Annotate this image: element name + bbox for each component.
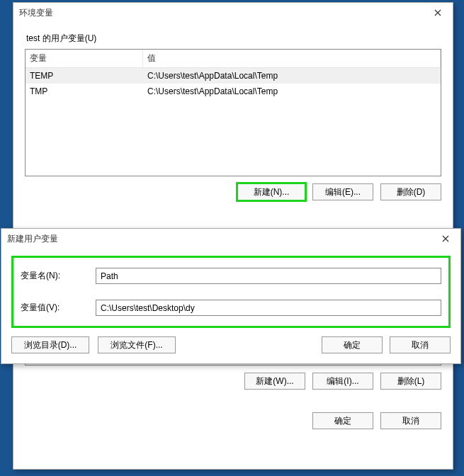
close-icon[interactable] bbox=[423, 4, 453, 22]
new-user-var-button[interactable]: 新建(N)... bbox=[237, 183, 305, 200]
table-row[interactable]: TMP C:\Users\test\AppData\Local\Temp bbox=[26, 84, 441, 99]
table-row[interactable]: TEMP C:\Users\test\AppData\Local\Temp bbox=[26, 68, 441, 84]
browse-dir-button[interactable]: 浏览目录(D)... bbox=[11, 336, 89, 353]
env-title: 环境变量 bbox=[19, 7, 53, 19]
env-titlebar: 环境变量 bbox=[13, 3, 453, 23]
user-vars-label: test 的用户变量(U) bbox=[26, 33, 441, 45]
list-header: 变量 值 bbox=[26, 50, 441, 68]
var-value-label: 变量值(V): bbox=[21, 302, 96, 314]
cancel-button[interactable]: 取消 bbox=[380, 412, 441, 429]
ok-button[interactable]: 确定 bbox=[322, 336, 383, 353]
user-vars-list[interactable]: 变量 值 TEMP C:\Users\test\AppData\Local\Te… bbox=[25, 49, 441, 176]
var-value-input[interactable] bbox=[96, 300, 441, 316]
cancel-button[interactable]: 取消 bbox=[390, 336, 451, 353]
var-name-input[interactable] bbox=[96, 268, 441, 284]
new-user-var-dialog: 新建用户变量 变量名(N): 变量值(V): 浏览目录(D)... 浏览文件(F… bbox=[1, 228, 461, 364]
cell-val: C:\Users\test\AppData\Local\Temp bbox=[143, 68, 441, 84]
var-value-row: 变量值(V): bbox=[21, 300, 441, 316]
env-footer-buttons: 确定 取消 bbox=[25, 412, 441, 429]
newvar-content: 变量名(N): 变量值(V): 浏览目录(D)... 浏览文件(F)... 确定… bbox=[1, 249, 460, 363]
newvar-buttons: 浏览目录(D)... 浏览文件(F)... 确定 取消 bbox=[11, 336, 451, 353]
col-variable[interactable]: 变量 bbox=[26, 50, 143, 67]
ok-button[interactable]: 确定 bbox=[312, 412, 373, 429]
newvar-titlebar: 新建用户变量 bbox=[1, 229, 460, 249]
edit-sys-var-button[interactable]: 编辑(I)... bbox=[312, 373, 373, 390]
newvar-title: 新建用户变量 bbox=[7, 233, 58, 245]
cell-val: C:\Users\test\AppData\Local\Temp bbox=[143, 84, 441, 99]
edit-user-var-button[interactable]: 编辑(E)... bbox=[312, 183, 373, 200]
browse-file-button[interactable]: 浏览文件(F)... bbox=[98, 336, 176, 353]
system-vars-buttons: 新建(W)... 编辑(I)... 删除(L) bbox=[25, 373, 441, 390]
user-vars-buttons: 新建(N)... 编辑(E)... 删除(D) bbox=[25, 183, 441, 200]
cell-var: TMP bbox=[26, 84, 143, 99]
cell-var: TEMP bbox=[26, 68, 143, 84]
new-sys-var-button[interactable]: 新建(W)... bbox=[244, 373, 305, 390]
var-name-label: 变量名(N): bbox=[21, 270, 96, 282]
highlighted-input-area: 变量名(N): 变量值(V): bbox=[11, 256, 451, 328]
delete-user-var-button[interactable]: 删除(D) bbox=[380, 183, 441, 200]
close-icon[interactable] bbox=[431, 230, 460, 248]
delete-sys-var-button[interactable]: 删除(L) bbox=[380, 373, 441, 390]
col-value[interactable]: 值 bbox=[143, 50, 441, 67]
var-name-row: 变量名(N): bbox=[21, 268, 441, 284]
